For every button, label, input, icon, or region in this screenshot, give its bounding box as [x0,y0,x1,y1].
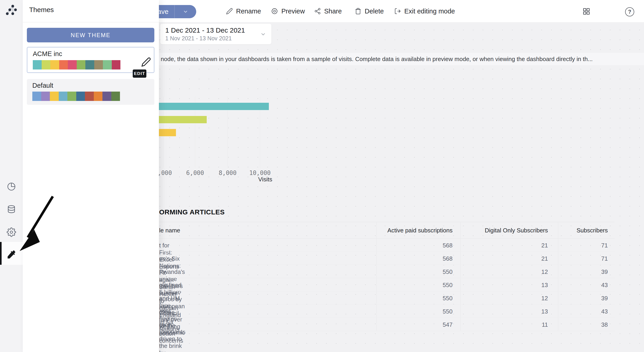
sample-data-banner: node, the data shown in your dashboards … [159,53,644,65]
metric-cell: 39 [562,295,608,302]
sidebar-item-data[interactable] [0,205,23,214]
date-caret-icon [260,31,266,37]
metric-cell: 547 [384,321,452,328]
preview-button[interactable]: Preview [271,0,305,22]
database-icon [6,205,16,214]
left-sidebar [0,0,23,352]
theme-name: Default [32,82,53,89]
visits-axis-label: Visits [227,176,272,183]
column-separator [460,222,461,331]
sidebar-item-analytics[interactable] [0,182,23,191]
preview-icon [271,8,278,15]
sidebar-item-themes[interactable] [0,250,23,260]
theme-name: ACME inc [33,50,62,58]
save-caret-icon[interactable] [174,9,196,15]
theme-card-default[interactable]: Default [27,79,154,105]
metric-cell: 21 [480,255,548,262]
metric-cell: 550 [384,268,452,275]
metric-cell: 39 [562,268,608,275]
new-theme-button[interactable]: NEW THEME [27,28,154,42]
delete-label: Delete [365,8,384,15]
row-divider [128,291,615,291]
app-window: Rename Preview Share Delete Exit editing… [0,0,644,352]
metric-cell: 12 [480,268,548,275]
app-logo[interactable] [5,4,18,17]
sidebar-item-settings[interactable] [0,227,23,237]
help-button[interactable]: ? [625,7,634,17]
column-header-article-name[interactable]: le name [159,227,180,234]
panel-divider [23,22,159,22]
metric-cell: 43 [562,308,608,315]
table-border [128,222,615,222]
rename-button[interactable]: Rename [226,0,261,22]
banner-text: node, the data shown in your dashboards … [159,56,593,63]
visits-xtick: 10,000 [248,170,271,176]
theme-palette [33,60,120,70]
articles-table-title: ORMING ARTICLES [159,208,225,216]
row-divider [128,331,615,331]
theme-palette [32,92,120,101]
metric-cell: 550 [384,308,452,315]
row-divider [128,251,615,252]
share-icon [314,8,321,15]
article-name-cell[interactable]: ction: Elephants driven to the brink by … [159,321,186,352]
exit-label: Exit editing mode [404,8,455,15]
metric-cell: 568 [384,255,452,262]
column-header-digital-only-subscribers[interactable]: Digital Only Subscribers [480,227,548,234]
share-button[interactable]: Share [314,0,342,22]
date-range-current: 1 Dec 2021 - 13 Dec 2021 [165,27,245,34]
edit-tooltip: EDIT [133,70,146,78]
rename-label: Rename [236,8,261,15]
metric-cell: 568 [384,242,452,249]
row-divider [128,278,615,278]
column-separator [376,222,377,331]
column-header-active-paid-subscriptions[interactable]: Active paid subscriptions [384,227,452,234]
exit-icon [394,8,401,15]
metric-cell: 71 [562,255,608,262]
trash-icon [355,8,362,15]
eyedropper-icon [6,250,16,260]
visits-xtick: 6,000 [186,170,204,176]
metric-cell: 43 [562,282,608,289]
dashboards-grid-icon[interactable] [582,7,590,17]
pencil-icon [226,8,233,15]
metric-cell: 21 [480,242,548,249]
row-divider [128,317,615,318]
metric-cell: 11 [480,321,548,328]
theme-card-acme[interactable]: ACME inc [27,47,154,73]
metric-cell: 550 [384,282,452,289]
visits-xtick: 8,000 [218,170,237,176]
column-header-subscribers[interactable]: Subscribers [562,227,608,234]
exit-editing-button[interactable]: Exit editing mode [394,0,455,22]
metric-cell: 71 [562,242,608,249]
metric-cell: 550 [384,295,452,302]
edit-theme-pencil-icon[interactable] [141,57,151,67]
row-divider [128,304,615,305]
column-separator [558,222,558,331]
help-label: ? [628,9,631,15]
share-label: Share [324,8,342,15]
pie-chart-icon [6,182,16,191]
delete-button[interactable]: Delete [355,0,384,22]
date-range-picker[interactable]: 1 Dec 2021 - 13 Dec 2021 1 Nov 2021 - 13… [160,24,271,44]
metric-cell: 13 [480,308,548,315]
row-divider [128,265,615,265]
themes-panel: Themes NEW THEME ACME inc EDIT Default [23,0,159,352]
metric-cell: 13 [480,282,548,289]
date-range-comparison: 1 Nov 2021 - 13 Nov 2021 [165,35,232,42]
themes-panel-title: Themes [29,6,54,14]
metric-cell: 38 [562,321,608,328]
gear-icon [6,227,16,237]
preview-label: Preview [281,8,305,15]
metric-cell: 12 [480,295,548,302]
